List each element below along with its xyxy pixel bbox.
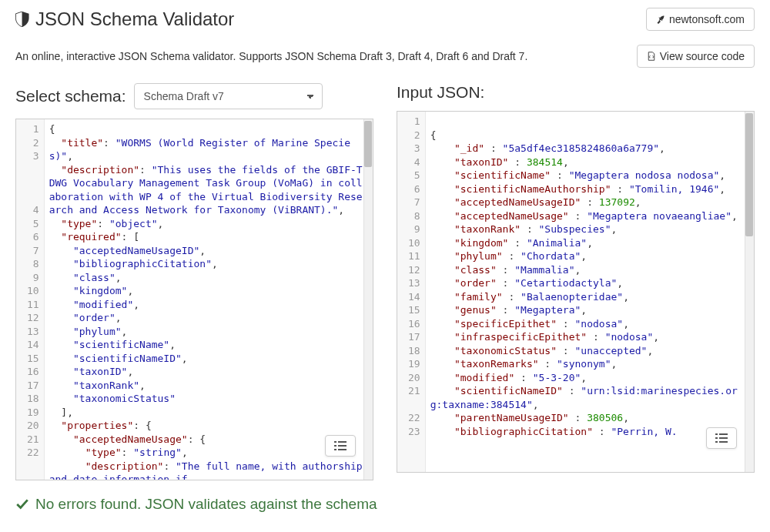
json-scrollbar-thumb[interactable] — [745, 113, 753, 236]
svg-rect-2 — [334, 445, 336, 447]
validation-result-text: No errors found. JSON validates against … — [35, 496, 377, 513]
title-block: JSON Schema Validator — [15, 8, 234, 30]
input-json-label: Input JSON: — [397, 83, 484, 102]
schema-toolbar-button[interactable] — [325, 435, 356, 457]
svg-rect-4 — [334, 449, 336, 450]
check-icon — [15, 497, 29, 511]
svg-rect-6 — [715, 433, 718, 435]
app-root: JSON Schema Validator newtonsoft.com An … — [0, 0, 770, 532]
shield-icon — [15, 12, 29, 27]
schema-select-row: Select schema: Schema Draft v3Schema Dra… — [15, 83, 373, 109]
json-editor[interactable]: 1 2 3 4 5 6 7 8 9 10 11 12 13 14 15 16 1… — [397, 111, 755, 473]
svg-rect-10 — [715, 441, 718, 443]
schema-editor[interactable]: 1 2 3 4 5 6 7 8 9 10 11 12 13 14 15 16 1… — [15, 119, 373, 480]
svg-rect-7 — [719, 433, 728, 435]
view-source-button[interactable]: View source code — [637, 45, 755, 68]
description-text: An online, interactive JSON Schema valid… — [15, 50, 527, 62]
schema-scrollbar[interactable] — [363, 119, 373, 480]
list-icon — [334, 441, 346, 450]
svg-rect-3 — [338, 445, 346, 447]
main-columns: Select schema: Schema Draft v3Schema Dra… — [15, 83, 755, 480]
json-column: Input JSON: 1 2 3 4 5 6 7 8 9 10 11 12 1… — [397, 83, 755, 480]
json-toolbar-button[interactable] — [706, 427, 737, 449]
json-code-area[interactable]: { "_id" : "5a5df4ec3185824860a6a779", "t… — [426, 112, 754, 472]
schema-scrollbar-thumb[interactable] — [364, 121, 372, 167]
input-json-header: Input JSON: — [397, 83, 755, 102]
svg-rect-9 — [719, 437, 728, 439]
newtonsoft-label: newtonsoft.com — [669, 13, 745, 25]
select-schema-label: Select schema: — [15, 87, 126, 105]
header-row: JSON Schema Validator newtonsoft.com — [15, 8, 755, 31]
svg-rect-0 — [334, 441, 336, 443]
newtonsoft-link[interactable]: newtonsoft.com — [646, 8, 755, 31]
json-scrollbar[interactable] — [745, 112, 754, 472]
json-gutter: 1 2 3 4 5 6 7 8 9 10 11 12 13 14 15 16 1… — [397, 112, 426, 472]
file-code-icon — [647, 52, 656, 61]
svg-rect-1 — [338, 441, 346, 443]
rocket-icon — [656, 15, 665, 24]
description-row: An online, interactive JSON Schema valid… — [15, 45, 755, 68]
schema-column: Select schema: Schema Draft v3Schema Dra… — [15, 83, 373, 480]
view-source-label: View source code — [660, 50, 745, 62]
schema-code-area[interactable]: { "title": "WORMS (World Register of Mar… — [45, 119, 373, 480]
svg-rect-8 — [715, 437, 718, 439]
page-title: JSON Schema Validator — [35, 8, 234, 30]
schema-select[interactable]: Schema Draft v3Schema Draft v4Schema Dra… — [134, 83, 323, 109]
svg-rect-5 — [338, 449, 346, 450]
svg-rect-11 — [719, 441, 728, 443]
schema-gutter: 1 2 3 4 5 6 7 8 9 10 11 12 13 14 15 16 1… — [16, 119, 45, 480]
validation-result: No errors found. JSON validates against … — [15, 496, 755, 513]
list-icon — [715, 433, 728, 443]
